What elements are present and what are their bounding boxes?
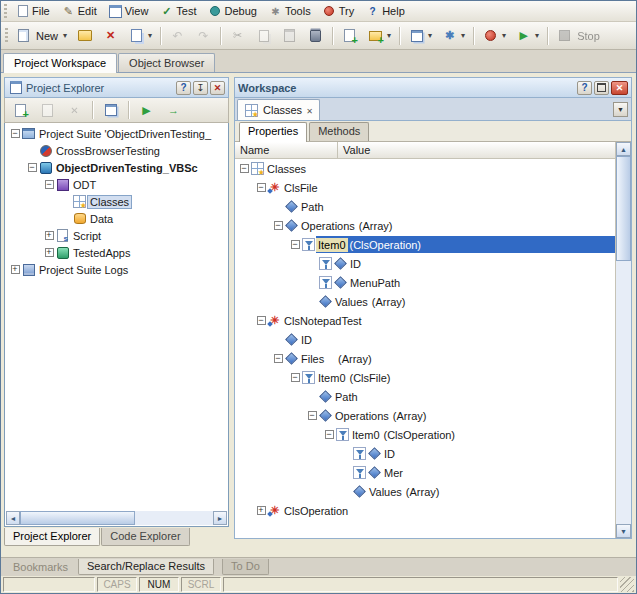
open-project-item-button[interactable]	[35, 99, 60, 121]
expander-plus-icon[interactable]	[45, 231, 54, 240]
grid-row-values[interactable]: Values(Array)	[235, 292, 615, 311]
grid-row-id[interactable]: ID	[235, 330, 615, 349]
grid-row-item0[interactable]: Item0(ClsOperation)	[235, 425, 615, 444]
menu-edit[interactable]: Edit	[56, 1, 103, 21]
tree-item-testedapps[interactable]: TestedApps	[6, 244, 227, 261]
tab-close-icon[interactable]	[306, 104, 313, 116]
scrollbar-track[interactable]	[135, 511, 213, 525]
record-button[interactable]	[478, 25, 510, 47]
restore-button[interactable]	[594, 81, 609, 95]
grid-row-operations[interactable]: Operations(Array)	[235, 406, 615, 425]
tab-bookmarks[interactable]: Bookmarks	[5, 559, 76, 575]
tree-item-classes[interactable]: Classes	[6, 193, 227, 210]
tab-project-explorer[interactable]: Project Explorer	[4, 528, 100, 546]
menu-try[interactable]: Try	[317, 1, 360, 21]
toolbar-grip[interactable]	[5, 28, 8, 43]
tab-classes[interactable]: Classes	[237, 99, 320, 120]
redo-button[interactable]	[191, 25, 216, 47]
expander-minus-icon[interactable]	[257, 183, 266, 192]
tree-item-project-suite-objectdriventesting[interactable]: Project Suite 'ObjectDrivenTesting_	[6, 125, 227, 142]
expander-minus-icon[interactable]	[240, 164, 249, 173]
tab-object-browser[interactable]: Object Browser	[118, 53, 215, 72]
vertical-scrollbar[interactable]	[615, 142, 631, 538]
close-panel-button[interactable]	[611, 81, 628, 95]
copy-button[interactable]	[251, 25, 276, 47]
expander-minus-icon[interactable]	[274, 221, 283, 230]
grid-row-values[interactable]: Values(Array)	[235, 482, 615, 501]
paste-special-button[interactable]	[124, 25, 156, 47]
grid-row-path[interactable]: Path	[235, 197, 615, 216]
expander-minus-icon[interactable]	[257, 316, 266, 325]
grid-row-operations[interactable]: Operations(Array)	[235, 216, 615, 235]
tab-code-explorer[interactable]: Code Explorer	[101, 528, 189, 546]
scroll-up-button[interactable]	[616, 142, 631, 156]
menu-help[interactable]: Help	[360, 1, 411, 21]
expander-minus-icon[interactable]	[291, 240, 300, 249]
scrollbar-thumb[interactable]	[616, 156, 631, 261]
column-header-value[interactable]: Value	[338, 142, 615, 158]
menu-test[interactable]: Test	[154, 1, 202, 21]
paste-button[interactable]	[277, 25, 302, 47]
grid-row-id[interactable]: ID	[235, 254, 615, 273]
grid-row-clsoperation[interactable]: ClsOperation	[235, 501, 615, 520]
close-panel-button[interactable]	[210, 81, 225, 95]
tree-item-objectdriventesting-vbsc[interactable]: ObjectDrivenTesting_VBSc	[6, 159, 227, 176]
expander-minus-icon[interactable]	[11, 129, 20, 138]
grid-row-item0[interactable]: Item0(ClsOperation)	[235, 235, 615, 254]
tree-item-project-suite-logs[interactable]: Project Suite Logs	[6, 261, 227, 278]
scrollbar-track[interactable]	[616, 261, 631, 524]
column-header-name[interactable]: Name	[235, 142, 338, 158]
tree-item-data[interactable]: Data	[6, 210, 227, 227]
tree-item-odt[interactable]: ODT	[6, 176, 227, 193]
tree-item-script[interactable]: Script	[6, 227, 227, 244]
menu-tools[interactable]: Tools	[263, 1, 317, 21]
scroll-left-button[interactable]	[6, 511, 20, 525]
grid-row-clsfile[interactable]: ClsFile	[235, 178, 615, 197]
grid-row-menupath[interactable]: MenuPath	[235, 273, 615, 292]
expander-minus-icon[interactable]	[274, 354, 283, 363]
delete-button[interactable]	[303, 25, 328, 47]
expander-minus-icon[interactable]	[45, 180, 54, 189]
tab-properties[interactable]: Properties	[239, 122, 307, 142]
grid-row-clsnotepadtest[interactable]: ClsNotepadTest	[235, 311, 615, 330]
menu-view[interactable]: View	[103, 1, 155, 21]
remove-project-item-button[interactable]	[62, 99, 87, 121]
expander-plus-icon[interactable]	[11, 265, 20, 274]
stop-button[interactable]: Stop	[552, 25, 606, 47]
tab-to-do[interactable]: To Do	[222, 559, 269, 575]
grid-row-id[interactable]: ID	[235, 444, 615, 463]
add-existing-item-button[interactable]	[363, 25, 395, 47]
grid-row-files[interactable]: Files(Array)	[235, 349, 615, 368]
close-file-button[interactable]	[98, 25, 123, 47]
grid-row-mer[interactable]: Mer	[235, 463, 615, 482]
scrollbar-thumb[interactable]	[20, 511, 135, 525]
tab-list-dropdown-button[interactable]	[613, 102, 628, 117]
menu-debug[interactable]: Debug	[203, 1, 263, 21]
grid-row-item0[interactable]: Item0(ClsFile)	[235, 368, 615, 387]
organize-tests-button[interactable]	[404, 25, 436, 47]
expander-minus-icon[interactable]	[325, 430, 334, 439]
cut-button[interactable]	[225, 25, 250, 47]
expander-minus-icon[interactable]	[291, 373, 300, 382]
help-button[interactable]	[176, 81, 191, 95]
grid-row-path[interactable]: Path	[235, 387, 615, 406]
undo-button[interactable]	[165, 25, 190, 47]
project-organizer-button[interactable]	[98, 99, 123, 121]
expander-plus-icon[interactable]	[257, 506, 266, 515]
scroll-down-button[interactable]	[616, 524, 631, 538]
resize-grip[interactable]	[620, 577, 634, 592]
add-new-item-button[interactable]	[337, 25, 362, 47]
grid-row-classes[interactable]: Classes	[235, 159, 615, 178]
help-button[interactable]	[577, 81, 592, 95]
scroll-right-button[interactable]	[213, 511, 227, 525]
expander-plus-icon[interactable]	[45, 248, 54, 257]
run-button[interactable]	[511, 25, 543, 47]
menubar-grip[interactable]	[4, 4, 7, 19]
auto-hide-pin-button[interactable]	[193, 81, 208, 95]
expander-minus-icon[interactable]	[28, 163, 37, 172]
options-button[interactable]	[437, 25, 469, 47]
import-project-button[interactable]	[161, 99, 186, 121]
tab-methods[interactable]: Methods	[309, 122, 369, 141]
tab-project-workspace[interactable]: Project Workspace	[3, 53, 117, 73]
horizontal-scrollbar[interactable]	[6, 511, 227, 525]
